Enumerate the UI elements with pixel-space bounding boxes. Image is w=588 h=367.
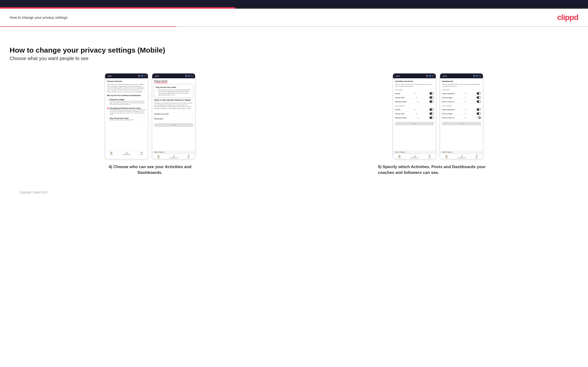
- user-icon[interactable]: 👤: [141, 75, 143, 77]
- screenshot-pair-left: ‹ Back 🔍 👤 ⚙ Privacy Controls Control ho…: [10, 73, 291, 159]
- screen4-followers-player-toggle[interactable]: [477, 108, 481, 111]
- screen3-mockup: ‹ Back 🔍 👤 ⚙ Activities and Posts Select…: [393, 73, 436, 159]
- screen4-followers-insights-row: Round Insights ON: [442, 112, 481, 116]
- privacy-tab-active[interactable]: Privacy Controls: [154, 80, 168, 83]
- clippd-logo: clippd: [557, 13, 578, 22]
- top-bar: [0, 0, 588, 9]
- nav-performance3[interactable]: 📊 My Performance: [411, 155, 418, 158]
- save-button2[interactable]: Save: [154, 123, 193, 127]
- coaches-manual-toggle[interactable]: [430, 100, 434, 103]
- screen3-title: Activities and Posts: [395, 80, 434, 82]
- followers-manual-toggle[interactable]: [430, 117, 434, 119]
- user-icon3[interactable]: 👤: [429, 75, 431, 77]
- screen1-desc: Control how you and your data appears to…: [107, 83, 146, 93]
- nav-home3[interactable]: 🏠 Home: [398, 155, 401, 158]
- screen3-back-button[interactable]: ‹ Back: [395, 75, 400, 77]
- screen4-followers-insights-toggle[interactable]: [477, 112, 481, 115]
- nav-activities-posts[interactable]: Activities and Posts ›: [154, 112, 193, 117]
- radio-everyone[interactable]: Everyone on Clippd Everyone on Clippd ca…: [107, 98, 146, 106]
- popup-only-you-coach: Only You and Your Coach Only you and the…: [154, 85, 193, 98]
- arrow-right-icon: ›: [192, 113, 193, 115]
- popup-desc: Only you and the coaches you connect wit…: [158, 89, 191, 96]
- nav-performance4[interactable]: 📊 My Performance: [458, 155, 466, 158]
- screen2-content: Privacy Controls Only You and Your Coach…: [152, 78, 195, 150]
- coaches-rounds-row: Rounds ON: [395, 92, 434, 96]
- screen4-followers-workon-row: What To Work On ON: [442, 116, 481, 120]
- header-divider: [0, 26, 588, 27]
- screen1-bottom-nav: 🏠 Home 📊 My Performance ☰ Menu: [105, 150, 148, 156]
- search-icon3[interactable]: 🔍: [426, 75, 428, 77]
- radio-everyone-circle: [107, 99, 109, 101]
- nav-home[interactable]: 🏠 Home: [110, 151, 113, 155]
- radio-only-you-coach-circle: [107, 118, 109, 119]
- screen4-coaches-player-toggle[interactable]: [477, 92, 481, 95]
- caption-right: 5) Specify which Activities, Posts and D…: [378, 164, 498, 175]
- followers-drills-row: Practice Drills ON: [395, 112, 434, 116]
- coaches-drills-row: Practice Drills ON: [395, 96, 434, 100]
- coaches-rounds-toggle[interactable]: [430, 92, 434, 95]
- screen1-content: Privacy Controls Control how you and you…: [105, 78, 148, 150]
- radio-only-you-coach-text: Only You and Your Coach Only you and the…: [110, 117, 146, 121]
- screen2-help-bar: Help & Support: [152, 150, 195, 154]
- coaches-label: COACHES: [395, 89, 434, 91]
- radio-everyone-text: Everyone on Clippd Everyone on Clippd ca…: [110, 99, 146, 105]
- screen1-topbar-icons: 🔍 👤 ⚙: [138, 75, 146, 77]
- radio-followers-coach-text: Only Approved Followers and Your Coach O…: [110, 107, 146, 115]
- screen4-coaches-workon-row: What To Work On ON: [442, 100, 481, 104]
- show-hide-desc: Regardless of the privacy controls that …: [154, 102, 193, 110]
- show-hide-title: Show or hide specific features in Clippd: [154, 99, 193, 101]
- screen4-coaches-insights-toggle[interactable]: [477, 96, 481, 99]
- coaches-drills-toggle[interactable]: [430, 96, 434, 99]
- nav-menu2[interactable]: ☰ Menu: [187, 155, 190, 158]
- nav-menu3[interactable]: ☰ Menu: [428, 155, 431, 158]
- search-icon[interactable]: 🔍: [138, 75, 140, 77]
- radio-only-you-coach[interactable]: Only You and Your Coach Only you and the…: [107, 117, 146, 122]
- popup-radio: [156, 89, 157, 91]
- user-icon4[interactable]: 👤: [476, 75, 478, 77]
- nav-home2[interactable]: 🏠 Home: [157, 155, 160, 158]
- followers-label: FOLLOWERS: [395, 105, 434, 107]
- search-icon4[interactable]: 🔍: [473, 75, 475, 77]
- screen2-back-button[interactable]: ‹ Back: [154, 75, 159, 77]
- save-button4[interactable]: Save: [442, 122, 481, 125]
- left-screenshot-group: ‹ Back 🔍 👤 ⚙ Privacy Controls Control ho…: [10, 73, 291, 175]
- followers-rounds-toggle[interactable]: [430, 108, 434, 111]
- caption-left: 4) Choose who can see your Activities an…: [104, 164, 196, 175]
- nav-menu4[interactable]: ☰ Menu: [476, 155, 478, 158]
- settings-icon4[interactable]: ⚙: [479, 75, 481, 77]
- nav-menu[interactable]: ☰ Menu: [140, 151, 143, 155]
- screen4-mockup: ‹ Back 🔍 👤 ⚙ Dashboards Select the dashb…: [440, 73, 483, 159]
- screen4-bottom-nav: 🏠 Home 📊 My Performance ☰ Menu: [440, 154, 483, 159]
- user-icon2[interactable]: 👤: [188, 75, 190, 77]
- screen4-coaches-label: COACHES: [442, 89, 481, 91]
- search-icon2[interactable]: 🔍: [185, 75, 187, 77]
- main-content: How to change your privacy settings (Mob…: [0, 36, 588, 209]
- save-button3[interactable]: Save: [395, 122, 434, 125]
- nav-dashboards[interactable]: Dashboards ›: [154, 117, 193, 121]
- screen2-topbar-icons: 🔍 👤 ⚙: [185, 75, 193, 77]
- screen4-coaches-insights-row: Round Insights ON: [442, 96, 481, 100]
- radio-followers-coach[interactable]: Only Approved Followers and Your Coach O…: [107, 106, 146, 117]
- followers-drills-toggle[interactable]: [430, 112, 434, 115]
- settings-icon3[interactable]: ⚙: [432, 75, 434, 77]
- screen4-help-bar: Help & Support: [440, 150, 483, 154]
- screen4-back-button[interactable]: ‹ Back: [442, 75, 447, 77]
- coaches-manual-row: Manual Activities ON: [395, 100, 434, 104]
- header: How to change your privacy settings clip…: [0, 9, 588, 26]
- screen4-title: Dashboards: [442, 80, 481, 82]
- screen4-coaches-workon-toggle[interactable]: [477, 100, 481, 103]
- nav-home4[interactable]: 🏠 Home: [445, 155, 448, 158]
- top-bar-accent: [0, 7, 588, 9]
- screen4-followers-label: FOLLOWERS: [442, 105, 481, 107]
- screen1-back-button[interactable]: ‹ Back: [107, 75, 112, 77]
- screen4-desc: Select the dashboards that you'd like to…: [442, 83, 481, 87]
- screen1-title: Privacy Controls: [107, 80, 146, 82]
- screen3-bottom-nav: 🏠 Home 📊 My Performance ☰ Menu: [393, 154, 436, 159]
- nav-performance[interactable]: 📊 My Performance: [123, 151, 130, 155]
- screen4-followers-workon-toggle[interactable]: [477, 117, 481, 119]
- screen4-content: Dashboards Select the dashboards that yo…: [440, 78, 483, 150]
- nav-performance2[interactable]: 📊 My Performance: [170, 155, 178, 158]
- settings-icon2[interactable]: ⚙: [191, 75, 193, 77]
- settings-icon[interactable]: ⚙: [144, 75, 146, 77]
- arrow-right-icon2: ›: [192, 118, 193, 120]
